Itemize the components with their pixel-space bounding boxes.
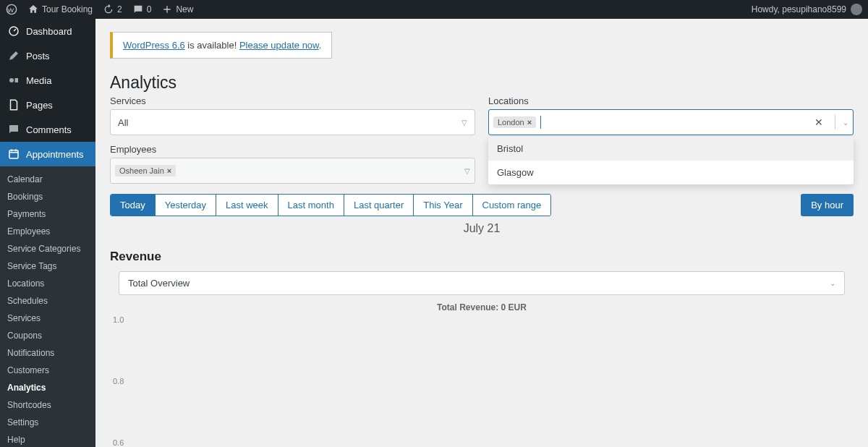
locations-select[interactable]: London × ✕ ⌄	[488, 109, 854, 135]
employee-chip: Osheen Jain ×	[115, 165, 176, 176]
date-display: July 21	[110, 222, 854, 235]
sub-customers[interactable]: Customers	[0, 362, 95, 379]
range-today[interactable]: Today	[111, 195, 156, 216]
services-label: Services	[110, 95, 475, 106]
chart-title: Total Revenue: 0 EUR	[110, 302, 854, 312]
sub-analytics[interactable]: Analytics	[0, 379, 95, 396]
svg-rect-3	[9, 150, 18, 158]
topbar-right[interactable]: Howdy, pesupihano8599	[752, 4, 862, 15]
menu-media[interactable]: Media	[0, 68, 95, 93]
site-home[interactable]: Tour Booking	[27, 4, 93, 15]
menu-dashboard[interactable]: Dashboard	[0, 19, 95, 43]
new-label: New	[176, 4, 193, 14]
chevron-down-icon: ⌄	[830, 279, 835, 287]
revenue-chart: 1.0 0.8 0.6	[132, 320, 832, 443]
sub-schedules[interactable]: Schedules	[0, 292, 95, 310]
range-last-month[interactable]: Last month	[278, 195, 344, 216]
sub-notifications[interactable]: Notifications	[0, 344, 95, 362]
sub-coupons[interactable]: Coupons	[0, 327, 95, 344]
range-yesterday[interactable]: Yesterday	[156, 195, 216, 216]
y-tick: 0.8	[113, 377, 124, 386]
wp-version-link[interactable]: WordPress 6.6	[123, 40, 185, 51]
admin-topbar: Tour Booking 2 0 New Howdy, pesupihano85…	[0, 0, 868, 19]
update-now-link[interactable]: Please update now	[239, 40, 319, 51]
comments-count: 0	[147, 4, 152, 14]
wp-logo[interactable]	[6, 4, 17, 15]
services-value: All	[118, 117, 128, 128]
site-name: Tour Booking	[42, 4, 93, 14]
svg-point-2	[9, 78, 14, 82]
y-tick: 1.0	[113, 315, 124, 324]
sub-shortcodes[interactable]: Shortcodes	[0, 396, 95, 414]
dropdown-option-bristol[interactable]: Bristol	[488, 137, 854, 161]
admin-sidebar: Dashboard Posts Media Pages Comments App…	[0, 19, 95, 447]
chevron-down-icon: ▽	[461, 119, 467, 127]
sub-bookings[interactable]: Bookings	[0, 188, 95, 205]
date-range-group: Today Yesterday Last week Last month Las…	[110, 194, 551, 216]
clear-all-icon[interactable]: ✕	[810, 116, 827, 128]
menu-pages[interactable]: Pages	[0, 93, 95, 117]
chevron-down-icon[interactable]: ⌄	[843, 119, 848, 127]
overview-select[interactable]: Total Overview ⌄	[119, 271, 845, 295]
page-title: Analytics	[110, 73, 854, 93]
menu-posts[interactable]: Posts	[0, 43, 95, 68]
range-this-year[interactable]: This Year	[414, 195, 472, 216]
menu-comments[interactable]: Comments	[0, 117, 95, 142]
sub-service-categories[interactable]: Service Categories	[0, 240, 95, 257]
comments-link[interactable]: 0	[132, 4, 152, 15]
chevron-down-icon: ▽	[464, 167, 470, 175]
range-custom[interactable]: Custom range	[473, 195, 551, 216]
chip-remove-icon[interactable]: ×	[527, 118, 532, 127]
locations-dropdown: Bristol Glasgow	[488, 137, 854, 184]
by-hour-button[interactable]: By hour	[801, 194, 854, 216]
sub-employees[interactable]: Employees	[0, 223, 95, 240]
sub-calendar[interactable]: Calendar	[0, 171, 95, 188]
locations-label: Locations	[488, 95, 854, 106]
location-chip: London ×	[493, 116, 536, 128]
text-cursor	[540, 116, 541, 129]
menu-appointments[interactable]: Appointments	[0, 142, 95, 166]
howdy-text: Howdy, pesupihano8599	[752, 4, 846, 14]
services-select[interactable]: All ▽	[110, 109, 475, 135]
main-content: WordPress 6.6 is available! Please updat…	[95, 19, 868, 447]
y-tick: 0.6	[113, 438, 124, 447]
divider	[835, 115, 835, 129]
avatar-icon	[851, 4, 862, 15]
update-notice: WordPress 6.6 is available! Please updat…	[110, 32, 332, 59]
employees-label: Employees	[110, 144, 475, 155]
new-link[interactable]: New	[161, 4, 193, 15]
sub-settings[interactable]: Settings	[0, 414, 95, 431]
dropdown-option-glasgow[interactable]: Glasgow	[488, 161, 854, 184]
range-last-quarter[interactable]: Last quarter	[344, 195, 414, 216]
employees-select[interactable]: Osheen Jain × ▽	[110, 158, 475, 184]
revenue-title: Revenue	[110, 250, 854, 264]
topbar-left: Tour Booking 2 0 New	[6, 4, 193, 15]
submenu-appointments: Calendar Bookings Payments Employees Ser…	[0, 166, 95, 447]
updates-count: 2	[117, 4, 122, 14]
sub-payments[interactable]: Payments	[0, 205, 95, 223]
sub-locations[interactable]: Locations	[0, 275, 95, 292]
sub-services[interactable]: Services	[0, 310, 95, 327]
sub-service-tags[interactable]: Service Tags	[0, 257, 95, 275]
updates-link[interactable]: 2	[103, 4, 122, 15]
range-last-week[interactable]: Last week	[216, 195, 278, 216]
chip-remove-icon[interactable]: ×	[167, 166, 171, 175]
sub-help[interactable]: Help	[0, 431, 95, 447]
